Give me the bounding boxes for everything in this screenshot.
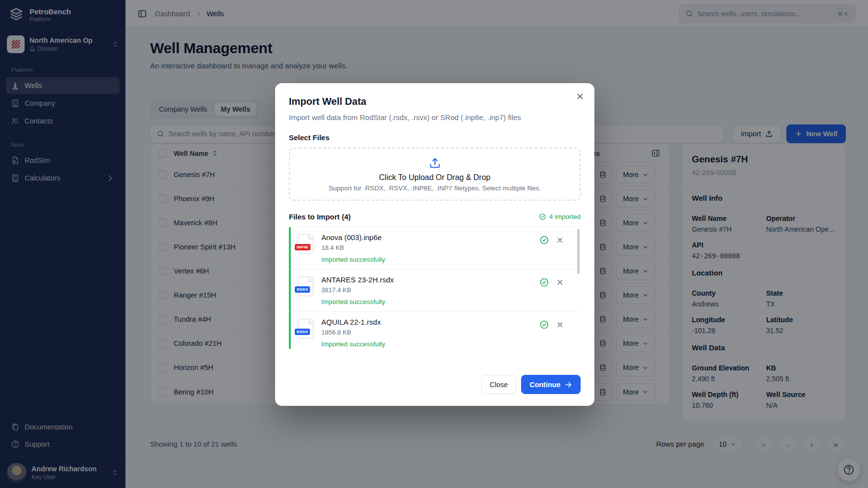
arrow-right-icon — [564, 381, 572, 389]
file-list: INP6E Anova (003).inp6e 18.4 KB Imported… — [289, 227, 581, 349]
remove-file-icon[interactable] — [556, 236, 564, 244]
file-size: 1856.8 KB — [321, 329, 385, 336]
modal-close-button[interactable]: Close — [481, 375, 516, 394]
close-icon[interactable] — [576, 92, 585, 101]
dropzone-title: Click To Upload Or Drag & Drop — [379, 173, 490, 182]
file-name: Anova (003).inp6e — [321, 233, 385, 242]
file-item: RSDX AQUILA 22-1.rsdx 1856.8 KB Imported… — [289, 312, 581, 349]
scrollbar-thumb[interactable] — [577, 229, 580, 274]
file-name: AQUILA 22-1.rsdx — [321, 318, 385, 326]
file-status: Imported successfully — [321, 340, 385, 348]
files-to-import-label: Files to Import (4) — [289, 213, 351, 221]
check-circle-icon — [539, 235, 549, 245]
file-status: Imported successfully — [321, 256, 385, 263]
file-item: RSDX ANTARES 23-2H.rsdx 3817.4 KB Import… — [289, 270, 581, 312]
check-circle-icon — [539, 277, 549, 287]
check-circle-icon — [539, 213, 546, 220]
upload-icon — [429, 156, 441, 169]
modal-subtitle: Import well data from RodStar (.rsdx, .r… — [289, 113, 581, 122]
file-item: INP6E Anova (003).inp6e 18.4 KB Imported… — [289, 227, 581, 270]
imported-count-badge: 4 imported — [539, 213, 581, 220]
dropzone-hint: Support for .RSDX, .RSVX, .INP6E, .INP7 … — [329, 184, 541, 192]
file-icon: RSDX — [298, 319, 313, 338]
file-size: 3817.4 KB — [321, 286, 394, 294]
app-root: PetroBench Platform North American Opera… — [0, 0, 868, 488]
file-icon: INP6E — [298, 234, 313, 254]
import-well-data-modal: Import Well Data Import well data from R… — [275, 83, 594, 406]
modal-continue-button[interactable]: Continue — [521, 375, 581, 394]
check-circle-icon — [539, 320, 549, 330]
upload-dropzone[interactable]: Click To Upload Or Drag & Drop Support f… — [289, 148, 581, 201]
file-status: Imported successfully — [321, 298, 394, 305]
select-files-label: Select Files — [289, 133, 581, 142]
file-icon: RSDX — [298, 276, 313, 296]
remove-file-icon[interactable] — [556, 278, 564, 286]
remove-file-icon[interactable] — [556, 321, 564, 329]
modal-title: Import Well Data — [289, 96, 581, 107]
file-size: 18.4 KB — [321, 244, 385, 251]
file-name: ANTARES 23-2H.rsdx — [321, 275, 394, 284]
